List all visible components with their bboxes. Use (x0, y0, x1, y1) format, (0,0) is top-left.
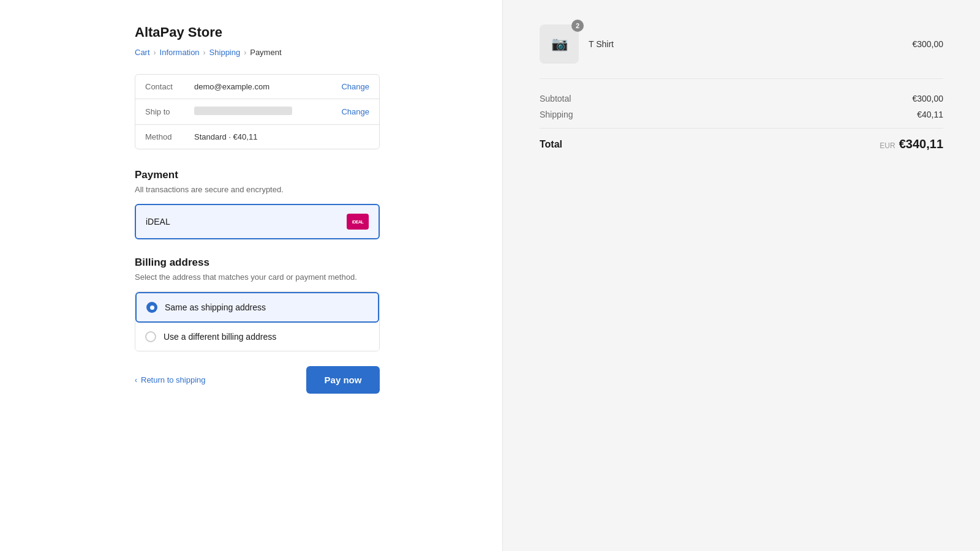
breadcrumb-sep-2: › (203, 48, 206, 57)
billing-subtitle: Select the address that matches your car… (135, 272, 380, 282)
billing-option-same[interactable]: Same as shipping address (135, 292, 379, 323)
payment-subtitle: All transactions are secure and encrypte… (135, 185, 380, 194)
order-summary-box: Contact demo@example.com Change Ship to … (135, 74, 380, 149)
subtotal-row: Subtotal €300,00 (540, 94, 943, 103)
payment-section: Payment All transactions are secure and … (135, 169, 380, 239)
camera-icon: 📷 (551, 36, 568, 52)
breadcrumb-sep-1: › (154, 48, 156, 57)
footer-actions: ‹ Return to shipping Pay now (135, 366, 380, 394)
store-title: AltaPay Store (135, 24, 380, 40)
subtotal-label: Subtotal (540, 94, 571, 103)
cart-item: 📷 2 T Shirt €300,00 (540, 24, 943, 79)
billing-title: Billing address (135, 257, 380, 269)
shipping-label: Shipping (540, 110, 573, 119)
total-row: Total EUR €340,11 (540, 128, 943, 151)
breadcrumb-cart[interactable]: Cart (135, 48, 150, 57)
pay-now-button[interactable]: Pay now (306, 366, 380, 394)
billing-different-label: Use a different billing address (164, 332, 276, 342)
contact-change-link[interactable]: Change (341, 82, 369, 91)
return-to-shipping-link[interactable]: ‹ Return to shipping (135, 375, 206, 384)
radio-same (146, 302, 157, 313)
breadcrumb-sep-3: › (244, 48, 246, 57)
shipping-value: €40,11 (917, 110, 943, 119)
contact-value: demo@example.com (194, 82, 341, 91)
contact-row: Contact demo@example.com Change (135, 75, 379, 99)
method-value: Standard · €40,11 (194, 132, 369, 141)
payment-method-label: iDEAL (146, 217, 170, 227)
left-panel: AltaPay Store Cart › Information › Shipp… (0, 0, 502, 551)
radio-different (145, 331, 156, 342)
billing-same-label: Same as shipping address (165, 302, 266, 312)
breadcrumb-payment: Payment (250, 48, 281, 57)
ship-to-change-link[interactable]: Change (341, 107, 369, 116)
ship-to-label: Ship to (145, 107, 194, 116)
item-image: 📷 (540, 24, 579, 64)
item-name: T Shirt (589, 39, 902, 49)
payment-method-ideal[interactable]: iDEAL (135, 204, 380, 239)
total-label: Total (540, 139, 562, 150)
total-currency: EUR (880, 141, 895, 150)
ideal-icon (347, 214, 369, 230)
item-price: €300,00 (912, 39, 943, 49)
return-label: Return to shipping (141, 375, 206, 384)
radio-same-inner (150, 305, 154, 310)
ship-to-value (194, 107, 341, 117)
billing-option-different[interactable]: Use a different billing address (135, 323, 379, 351)
shipping-row: Shipping €40,11 (540, 110, 943, 119)
billing-section: Billing address Select the address that … (135, 257, 380, 351)
total-value-group: EUR €340,11 (880, 137, 943, 151)
total-amount: €340,11 (899, 137, 943, 151)
item-image-wrap: 📷 2 (540, 24, 579, 64)
chevron-left-icon: ‹ (135, 376, 137, 384)
right-panel: 📷 2 T Shirt €300,00 Subtotal €300,00 Shi… (502, 0, 980, 551)
ship-to-row: Ship to Change (135, 99, 379, 125)
breadcrumb-information[interactable]: Information (160, 48, 200, 57)
item-quantity-badge: 2 (571, 20, 584, 32)
billing-options: Same as shipping address Use a different… (135, 291, 380, 351)
payment-title: Payment (135, 169, 380, 181)
contact-label: Contact (145, 82, 194, 91)
method-row: Method Standard · €40,11 (135, 125, 379, 149)
breadcrumb-shipping[interactable]: Shipping (209, 48, 241, 57)
method-label: Method (145, 132, 194, 141)
breadcrumb: Cart › Information › Shipping › Payment (135, 48, 380, 57)
subtotal-value: €300,00 (912, 94, 943, 103)
